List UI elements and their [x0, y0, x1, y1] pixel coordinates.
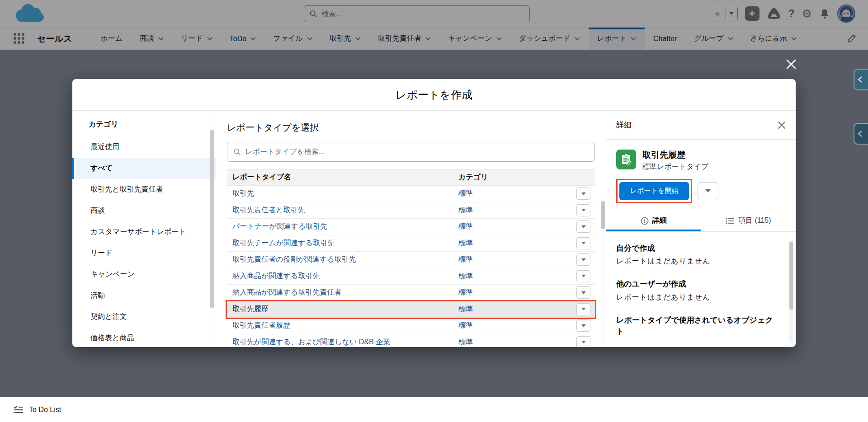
tab-fields[interactable]: 項目 (115) [701, 212, 796, 231]
dropdown-arrow-icon [581, 225, 586, 228]
dropdown-arrow-icon [581, 341, 586, 343]
list-icon [726, 217, 735, 225]
report-type-row-0[interactable]: 取引先標準 [227, 186, 595, 202]
report-type-link[interactable]: 取引先チームが関連する取引先 [227, 239, 453, 248]
dropdown-arrow-icon [705, 189, 711, 192]
report-type-search[interactable] [227, 142, 595, 162]
row-dropdown-button[interactable] [576, 270, 590, 282]
dropdown-arrow-icon [581, 242, 586, 244]
annotation-highlight: レポートを開始 [616, 179, 692, 203]
report-type-search-input[interactable] [245, 148, 588, 156]
details-section-0: 自分で作成レポートはまだありません [616, 243, 775, 267]
category-item-0[interactable]: 最近使用 [72, 136, 216, 158]
report-type-row-6[interactable]: 納入商品が関連する取引先責任者標準 [227, 285, 595, 301]
details-sections: 自分で作成レポートはまだありません他のユーザーが作成レポートはまだありませんレポ… [616, 243, 786, 338]
column-header-category: カテゴリ [453, 173, 566, 182]
details-close-icon[interactable] [778, 121, 786, 129]
report-type-link[interactable]: 取引先 [227, 189, 453, 198]
dropdown-arrow-icon [581, 275, 586, 277]
dropdown-arrow-icon [581, 291, 586, 294]
report-type-row-9[interactable]: 取引先が関連する、および関連しない D&B 企業標準 [227, 334, 595, 347]
utility-item-todo-list[interactable]: To Do List [29, 406, 61, 414]
category-item-7[interactable]: 活動 [72, 285, 216, 306]
category-item-6[interactable]: キャンペーン [72, 264, 216, 285]
start-report-button[interactable]: レポートを開始 [619, 182, 689, 200]
category-list: 最近使用すべて取引先と取引先責任者商談カスタマーサポートレポートリードキャンペー… [72, 136, 216, 347]
category-item-3[interactable]: 商談 [72, 200, 216, 221]
row-dropdown-button[interactable] [576, 336, 590, 347]
modal-close-icon[interactable] [785, 58, 797, 72]
picker-heading: レポートタイプを選択 [227, 122, 595, 134]
details-scrollbar-thumb[interactable] [789, 242, 793, 309]
report-type-row-1[interactable]: 取引先責任者と取引先標準 [227, 202, 595, 219]
row-dropdown-button[interactable] [576, 204, 590, 216]
report-type-row-7[interactable]: 取引先履歴標準 [227, 301, 595, 318]
sidebar-scrollbar[interactable] [210, 130, 214, 308]
collapse-panel-button[interactable] [854, 69, 868, 90]
row-dropdown-button[interactable] [576, 237, 590, 249]
report-type-link[interactable]: パートナーが関連する取引先 [227, 222, 453, 231]
report-type-link[interactable]: 取引先責任者と取引先 [227, 206, 453, 215]
report-type-link[interactable]: 取引先責任者履歴 [227, 321, 453, 330]
todo-checklist-icon [14, 405, 24, 414]
details-section-1: 他のユーザーが作成レポートはまだありません [616, 278, 775, 302]
report-type-row-5[interactable]: 納入商品が関連する取引先標準 [227, 268, 595, 285]
category-sidebar: カテゴリ 最近使用すべて取引先と取引先責任者商談カスタマーサポートレポートリード… [72, 111, 216, 347]
collapse-panel-button[interactable] [854, 123, 868, 145]
row-dropdown-button[interactable] [576, 220, 590, 233]
report-type-picker: レポートタイプを選択 レポートタイプ名 カテゴリ 取引先標準取引先責任者と取引先… [216, 111, 606, 347]
modal-backdrop-top [0, 0, 868, 50]
report-type-category: 標準 [453, 305, 566, 314]
row-dropdown-button[interactable] [576, 286, 590, 299]
report-type-category: 標準 [453, 222, 566, 231]
section-title: レポートタイプで使用されているオブジェクト [616, 314, 775, 338]
table-scrollbar-thumb[interactable] [601, 201, 605, 229]
report-type-icon [616, 150, 636, 169]
category-item-5[interactable]: リード [72, 243, 216, 264]
modal-title: レポートを作成 [396, 88, 472, 102]
details-heading: 詳細 [616, 120, 632, 130]
category-item-4[interactable]: カスタマーサポートレポート [72, 221, 216, 243]
report-type-category: 標準 [453, 239, 566, 248]
section-title: 自分で作成 [616, 243, 775, 254]
report-type-category: 標準 [453, 255, 566, 264]
report-type-link[interactable]: 納入商品が関連する取引先責任者 [227, 288, 453, 297]
report-type-row-8[interactable]: 取引先責任者履歴標準 [227, 318, 595, 334]
section-title: 他のユーザーが作成 [616, 278, 775, 290]
details-tabs: 詳細 項目 (115) [606, 212, 796, 232]
sidebar-heading: カテゴリ [72, 120, 216, 129]
report-type-table: レポートタイプ名 カテゴリ 取引先標準取引先責任者と取引先標準パートナーが関連す… [227, 169, 595, 347]
dropdown-arrow-icon [581, 209, 586, 211]
selected-type-name: 取引先履歴 [642, 150, 708, 160]
dropdown-arrow-icon [581, 258, 586, 261]
category-item-1[interactable]: すべて [72, 158, 216, 179]
report-type-link[interactable]: 取引先履歴 [227, 305, 453, 314]
category-item-9[interactable]: 価格表と商品 [72, 328, 216, 347]
row-dropdown-button[interactable] [576, 303, 590, 315]
row-dropdown-button[interactable] [576, 253, 590, 266]
category-item-8[interactable]: 契約と注文 [72, 306, 216, 328]
utility-bar: To Do List [0, 397, 868, 422]
chevron-left-icon [858, 131, 862, 137]
column-header-name: レポートタイプ名 [227, 173, 453, 182]
report-type-category: 標準 [453, 338, 566, 347]
details-section-2: レポートタイプで使用されているオブジェクト [616, 314, 775, 338]
search-icon [234, 148, 241, 155]
dropdown-arrow-icon [581, 308, 586, 310]
start-report-dropdown-button[interactable] [698, 182, 718, 200]
report-type-link[interactable]: 取引先が関連する、および関連しない D&B 企業 [227, 338, 453, 347]
report-type-row-2[interactable]: パートナーが関連する取引先標準 [227, 219, 595, 235]
row-dropdown-button[interactable] [576, 188, 590, 200]
tab-details[interactable]: 詳細 [606, 212, 701, 231]
report-type-row-3[interactable]: 取引先チームが関連する取引先標準 [227, 235, 595, 252]
row-dropdown-button[interactable] [576, 319, 590, 332]
report-type-link[interactable]: 納入商品が関連する取引先 [227, 272, 453, 281]
report-type-category: 標準 [453, 206, 566, 215]
report-type-link[interactable]: 取引先責任者の役割が関連する取引先 [227, 255, 453, 264]
category-item-2[interactable]: 取引先と取引先責任者 [72, 179, 216, 200]
report-type-category: 標準 [453, 288, 566, 297]
section-body: レポートはまだありません [616, 293, 775, 302]
dropdown-arrow-icon [581, 324, 586, 327]
report-type-row-4[interactable]: 取引先責任者の役割が関連する取引先標準 [227, 252, 595, 268]
report-type-category: 標準 [453, 321, 566, 330]
